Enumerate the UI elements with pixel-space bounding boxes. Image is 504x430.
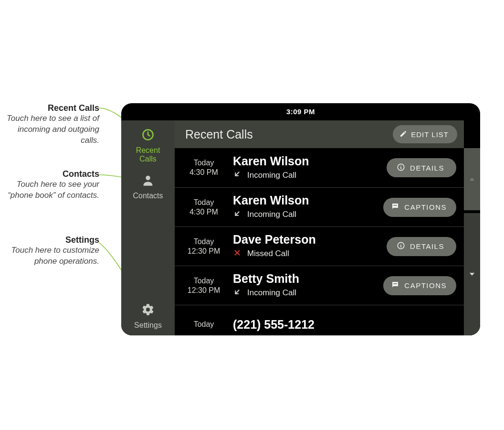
scrollbar (464, 120, 480, 335)
page-title: Recent Calls (185, 128, 387, 141)
info-icon (397, 241, 405, 251)
device-screen: 3:09 PM Recent Calls Contacts (121, 103, 480, 335)
svg-point-1 (146, 176, 150, 180)
pill-label: CAPTIONS (404, 281, 447, 290)
content-header: Recent Calls EDIT LIST (175, 120, 464, 148)
pencil-icon (399, 130, 407, 139)
pill-label: CAPTIONS (404, 203, 447, 211)
annotation-desc: Touch here to customize phone operations… (4, 245, 99, 267)
annotation-desc: Touch here to see a list of incoming and… (4, 113, 99, 146)
status-bar: 3:09 PM (121, 103, 480, 120)
call-row[interactable]: Today12:30 PMBetty SmithIncoming CallCAP… (175, 266, 464, 305)
sidebar-item-label: Contacts (133, 192, 163, 200)
call-time: 12:30 PM (183, 286, 224, 295)
call-time: 12:30 PM (183, 247, 224, 256)
call-day: Today (183, 198, 224, 207)
annotation-contacts: Contacts Touch here to see your “phone b… (4, 169, 99, 201)
sidebar-item-label: Settings (134, 321, 162, 330)
svg-rect-5 (394, 283, 398, 284)
annotation-title: Recent Calls (4, 103, 99, 113)
info-icon (397, 163, 405, 173)
annotation-settings: Settings Touch here to customize phone o… (4, 235, 99, 267)
recent-calls-list: Today4:30 PMKaren WilsonIncoming CallDET… (175, 148, 464, 335)
call-day: Today (183, 159, 224, 167)
call-day: Today (183, 237, 224, 246)
status-time: 3:09 PM (286, 108, 315, 116)
sidebar-item-contacts[interactable]: Contacts (121, 169, 175, 206)
call-info: (221) 555-1212 (233, 318, 456, 332)
details-button[interactable]: DETAILS (387, 237, 456, 256)
call-row[interactable]: Today12:30 PMDave PetersonMissed CallDET… (175, 226, 464, 266)
incoming-call-icon (233, 170, 242, 181)
caller-name: (221) 555-1212 (233, 318, 456, 332)
call-type-label: Missed Call (247, 249, 289, 258)
caller-name: Dave Peterson (233, 233, 378, 247)
edit-list-label: EDIT LIST (411, 130, 449, 139)
call-day: Today (183, 320, 224, 329)
call-type-label: Incoming Call (247, 288, 296, 298)
gear-icon (141, 303, 155, 318)
call-type-label: Incoming Call (247, 210, 296, 219)
pill-label: DETAILS (410, 242, 444, 250)
sidebar-item-label: Recent Calls (136, 146, 160, 163)
call-info: Dave PetersonMissed Call (233, 233, 378, 259)
scroll-up-button[interactable] (464, 148, 480, 210)
call-row[interactable]: Today(221) 555-1212 (175, 305, 464, 335)
sidebar-item-recent-calls[interactable]: Recent Calls (121, 123, 175, 169)
scroll-down-button[interactable] (464, 213, 480, 335)
annotation-recent-calls: Recent Calls Touch here to see a list of… (4, 103, 99, 146)
sidebar: Recent Calls Contacts Settings (121, 120, 175, 335)
call-day: Today (183, 277, 224, 285)
annotation-desc: Touch here to see your “phone book” of c… (4, 179, 99, 201)
call-row[interactable]: Today4:30 PMKaren WilsonIncoming CallDET… (175, 148, 464, 187)
call-info: Betty SmithIncoming Call (233, 272, 375, 299)
call-info: Karen WilsonIncoming Call (233, 155, 378, 181)
call-time-block: Today4:30 PM (183, 198, 224, 216)
annotation-title: Settings (4, 235, 99, 245)
chevron-up-icon (468, 175, 476, 183)
call-info: Karen WilsonIncoming Call (233, 194, 375, 220)
caller-name: Karen Wilson (233, 194, 375, 207)
person-icon (141, 173, 155, 189)
sidebar-item-settings[interactable]: Settings (121, 298, 175, 335)
call-row[interactable]: Today4:30 PMKaren WilsonIncoming CallCAP… (175, 187, 464, 226)
captions-button[interactable]: CAPTIONS (383, 276, 456, 295)
svg-rect-3 (394, 205, 398, 206)
caller-name: Betty Smith (233, 272, 375, 286)
caller-name: Karen Wilson (233, 155, 378, 168)
captions-button[interactable]: CAPTIONS (383, 198, 456, 217)
call-time-block: Today12:30 PM (183, 277, 224, 295)
call-time-block: Today (183, 320, 224, 330)
incoming-call-icon (233, 209, 242, 220)
call-time: 4:30 PM (183, 168, 224, 177)
call-time-block: Today4:30 PM (183, 159, 224, 177)
details-button[interactable]: DETAILS (387, 158, 456, 177)
call-time: 4:30 PM (183, 208, 224, 216)
missed-call-icon (233, 248, 242, 259)
pill-label: DETAILS (410, 164, 444, 172)
edit-list-button[interactable]: EDIT LIST (393, 125, 457, 143)
annotation-title: Contacts (4, 169, 99, 179)
call-type-label: Incoming Call (247, 171, 296, 180)
sidebar-spacer (121, 206, 175, 299)
call-time-block: Today12:30 PM (183, 237, 224, 256)
chat-icon (391, 202, 399, 212)
clock-icon (141, 128, 155, 143)
chat-icon (391, 280, 399, 290)
chevron-down-icon (468, 270, 476, 279)
incoming-call-icon (233, 288, 242, 299)
